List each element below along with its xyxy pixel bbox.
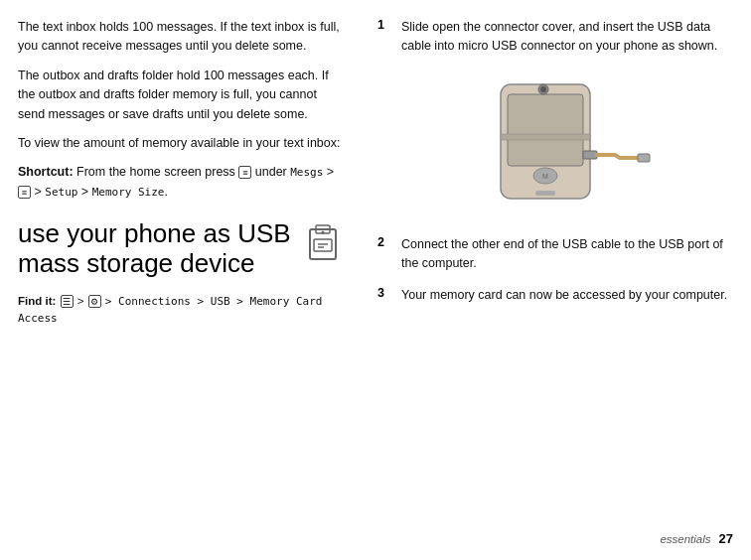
step-3-text: Your memory card can now be accessed by … bbox=[401, 286, 733, 305]
step-3-number: 3 bbox=[377, 286, 391, 300]
svg-rect-11 bbox=[583, 151, 597, 159]
paragraph-outbox: The outbox and drafts folder hold 100 me… bbox=[18, 67, 344, 124]
right-column: 1 Slide open the connector cover, and in… bbox=[368, 18, 751, 542]
shortcut-text: From the home screen press bbox=[76, 165, 238, 179]
step-2-text: Connect the other end of the USB cable t… bbox=[401, 235, 733, 274]
shortcut-rest: > bbox=[34, 185, 45, 199]
menu-icon-small: ≡ bbox=[18, 186, 31, 199]
svg-rect-2 bbox=[314, 239, 332, 251]
step-2-row: 2 Connect the other end of the USB cable… bbox=[377, 235, 733, 274]
footer-page-number: 27 bbox=[719, 531, 733, 546]
find-it-line: Find it: ☰ > ⚙ > Connections > USB > Mem… bbox=[18, 293, 344, 328]
usb-storage-icon bbox=[302, 223, 344, 265]
step-3-row: 3 Your memory card can now be accessed b… bbox=[377, 286, 733, 305]
svg-point-15 bbox=[540, 86, 546, 92]
steps-container: 1 Slide open the connector cover, and in… bbox=[377, 18, 733, 305]
svg-rect-12 bbox=[638, 154, 650, 162]
memory-size-label: Memory Size bbox=[92, 186, 165, 199]
step-1-number: 1 bbox=[377, 18, 391, 32]
usb-storage-heading-section: use your phone as USB mass storage devic… bbox=[18, 219, 344, 279]
shortcut-mesgs: under bbox=[255, 165, 290, 179]
menu-key-icon: ≡ bbox=[238, 166, 251, 179]
footer: essentials 27 bbox=[660, 531, 733, 546]
paragraph-inbox: The text inbox holds 100 messages. If th… bbox=[18, 18, 344, 57]
paragraph-shortcut: Shortcut: From the home screen press ≡ u… bbox=[18, 163, 344, 202]
shortcut-label: Shortcut: bbox=[18, 165, 74, 179]
find-it-icon2: ⚙ bbox=[88, 295, 101, 308]
svg-rect-10 bbox=[535, 191, 555, 196]
phone-usb-image: M bbox=[377, 76, 733, 215]
left-column: The text inbox holds 100 messages. If th… bbox=[0, 18, 368, 542]
shortcut-mesgs-label: Mesgs bbox=[290, 166, 323, 179]
step-1-row: 1 Slide open the connector cover, and in… bbox=[377, 18, 733, 57]
step-2-number: 2 bbox=[377, 235, 391, 249]
find-it-icon1: ☰ bbox=[61, 295, 74, 308]
find-it-arrow1: > bbox=[77, 295, 87, 307]
shortcut-arrow1: > bbox=[323, 165, 334, 179]
svg-rect-7 bbox=[508, 94, 583, 166]
find-it-label: Find it: bbox=[18, 295, 56, 307]
paragraph-view-memory: To view the amount of memory available i… bbox=[18, 134, 344, 153]
svg-rect-13 bbox=[501, 134, 590, 140]
svg-point-5 bbox=[322, 231, 325, 234]
setup-label: Setup bbox=[45, 186, 77, 199]
svg-text:M: M bbox=[542, 173, 548, 180]
footer-label: essentials bbox=[660, 533, 710, 545]
step-1-text: Slide open the connector cover, and inse… bbox=[401, 18, 733, 57]
usb-storage-heading: use your phone as USB mass storage devic… bbox=[18, 219, 292, 279]
